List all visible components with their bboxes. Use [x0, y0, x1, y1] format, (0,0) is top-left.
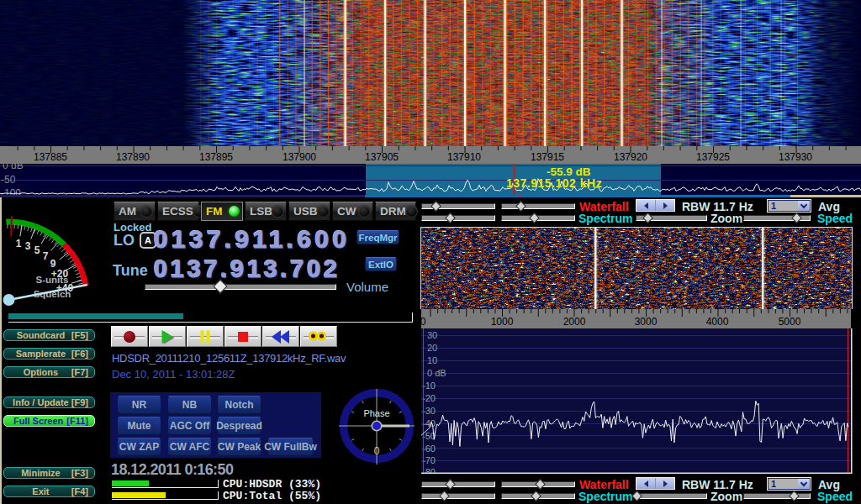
svg-text:137905: 137905 [365, 151, 399, 163]
svg-text:30: 30 [427, 330, 437, 340]
svg-text:-60: -60 [422, 444, 436, 454]
svg-text:Phase: Phase [363, 408, 389, 418]
svg-text:2000: 2000 [563, 316, 586, 328]
svg-text:137890: 137890 [116, 151, 150, 163]
svg-text:137885: 137885 [34, 151, 67, 163]
svg-text:-40: -40 [422, 418, 436, 428]
svg-text:3: 3 [25, 240, 31, 252]
svg-text:20: 20 [427, 343, 437, 353]
svg-text:-30: -30 [422, 406, 436, 416]
svg-text:137.915.102 kHz: 137.915.102 kHz [506, 176, 602, 190]
svg-text:137915: 137915 [531, 151, 564, 163]
svg-text:-10: -10 [422, 381, 436, 391]
svg-text:10: 10 [427, 355, 437, 365]
svg-text:-20: -20 [422, 393, 436, 403]
svg-text:-50: -50 [1, 174, 16, 186]
svg-text:137910: 137910 [447, 151, 481, 163]
svg-text:137895: 137895 [199, 151, 233, 163]
svg-text:1000: 1000 [491, 316, 514, 328]
svg-text:0 dB: 0 dB [427, 368, 446, 378]
svg-text:3000: 3000 [635, 316, 658, 328]
svg-text:0: 0 [421, 316, 426, 328]
svg-text:137900: 137900 [283, 151, 316, 163]
svg-text:7: 7 [43, 250, 49, 262]
svg-text:137920: 137920 [614, 151, 647, 163]
svg-text:0: 0 [374, 445, 380, 457]
svg-text:S-units: S-units [36, 275, 69, 285]
svg-text:-70: -70 [422, 455, 436, 465]
svg-text:5: 5 [34, 244, 40, 256]
svg-text:5000: 5000 [779, 316, 801, 328]
svg-text:137930: 137930 [779, 151, 812, 163]
svg-text:1: 1 [16, 238, 22, 249]
svg-text:137925: 137925 [696, 151, 730, 163]
svg-text:4000: 4000 [706, 316, 729, 328]
svg-text:0 dB: 0 dB [3, 164, 24, 171]
